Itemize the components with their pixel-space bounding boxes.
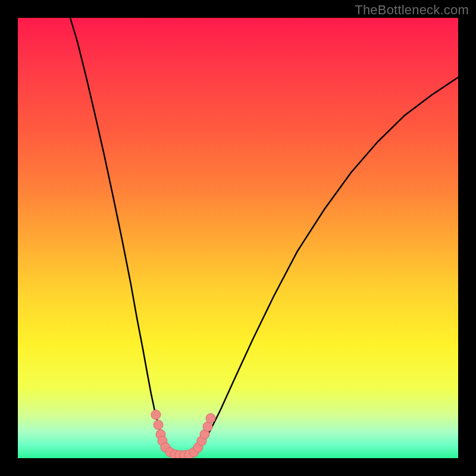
gradient-background	[18, 18, 458, 458]
chart-plot-area	[18, 18, 458, 458]
outer-frame: TheBottleneck.com	[0, 0, 476, 476]
bead-point	[206, 414, 215, 423]
bead-point	[154, 420, 163, 430]
chart-svg	[18, 18, 458, 458]
watermark-text: TheBottleneck.com	[355, 2, 469, 18]
bead-point	[151, 410, 161, 419]
